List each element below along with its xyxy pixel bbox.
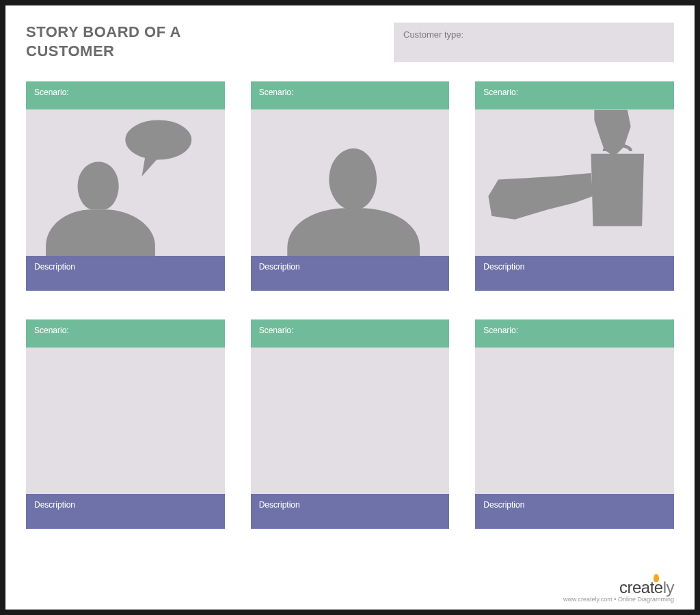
scenario-label: Scenario: bbox=[34, 326, 69, 335]
customer-type-input[interactable]: Customer type: bbox=[394, 23, 674, 62]
logo-text-last: ly bbox=[663, 578, 674, 597]
scenario-label: Scenario: bbox=[34, 88, 69, 97]
scenario-illustration-area[interactable] bbox=[26, 348, 225, 494]
description-label: Description bbox=[259, 500, 300, 510]
storyboard-card: Scenario: Description bbox=[251, 81, 450, 291]
scenario-label: Scenario: bbox=[483, 88, 518, 97]
header-row: STORY BOARD OF A CUSTOMER Customer type: bbox=[26, 23, 674, 62]
scenario-illustration-area[interactable] bbox=[251, 348, 450, 494]
description-footer[interactable]: Description bbox=[475, 256, 674, 291]
lightbulb-icon bbox=[654, 574, 659, 582]
scenario-illustration-area[interactable] bbox=[26, 109, 225, 256]
storyboard-card: Scenario: Description bbox=[26, 319, 225, 529]
shopping-bag-hand-icon bbox=[475, 109, 674, 256]
scenario-header[interactable]: Scenario: bbox=[475, 81, 674, 109]
storyboard-card: Scenario: Description bbox=[475, 81, 674, 291]
storyboard-card: Scenario: Description bbox=[251, 319, 450, 529]
scenario-label: Scenario: bbox=[259, 326, 294, 335]
scenario-label: Scenario: bbox=[483, 326, 518, 335]
description-label: Description bbox=[483, 262, 524, 272]
description-footer[interactable]: Description bbox=[26, 256, 225, 291]
customer-type-label: Customer type: bbox=[403, 29, 463, 40]
scenario-illustration-area[interactable] bbox=[475, 109, 674, 256]
page-title: STORY BOARD OF A CUSTOMER bbox=[26, 23, 231, 60]
scenario-header[interactable]: Scenario: bbox=[475, 319, 674, 348]
storyboard-card: Scenario: Description bbox=[475, 319, 674, 529]
scenario-header[interactable]: Scenario: bbox=[26, 81, 225, 109]
scenario-illustration-area[interactable] bbox=[475, 348, 674, 494]
scenario-header[interactable]: Scenario: bbox=[251, 81, 450, 109]
scenario-header[interactable]: Scenario: bbox=[251, 319, 450, 348]
person-speech-icon bbox=[26, 109, 225, 256]
creately-logo: creately bbox=[619, 578, 674, 597]
scenario-illustration-area[interactable] bbox=[251, 109, 450, 256]
description-footer[interactable]: Description bbox=[251, 494, 450, 529]
description-footer[interactable]: Description bbox=[26, 494, 225, 529]
description-footer[interactable]: Description bbox=[475, 494, 674, 529]
description-footer[interactable]: Description bbox=[251, 256, 450, 291]
storyboard-card: Scenario: Description bbox=[26, 81, 225, 291]
description-label: Description bbox=[483, 500, 524, 510]
scenario-header[interactable]: Scenario: bbox=[26, 319, 225, 348]
description-label: Description bbox=[34, 500, 75, 510]
person-silhouette-icon bbox=[251, 109, 450, 256]
footer: creately www.creately.com • Online Diagr… bbox=[563, 578, 674, 603]
description-label: Description bbox=[34, 262, 75, 272]
description-label: Description bbox=[259, 262, 300, 272]
storyboard-grid: Scenario: Description Scenario: bbox=[26, 81, 674, 529]
svg-point-0 bbox=[125, 120, 191, 159]
scenario-label: Scenario: bbox=[259, 88, 294, 97]
